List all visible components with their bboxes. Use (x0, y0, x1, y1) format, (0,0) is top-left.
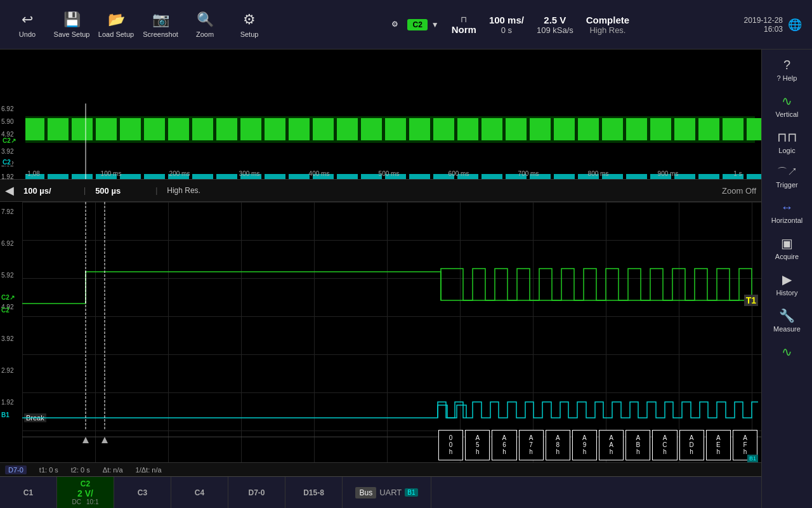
svg-rect-10 (240, 118, 261, 140)
main-area: 6.92 5.90 4.92 3.92 2.92 1.92 C2↗ C2 B1 (0, 50, 761, 476)
zoom-label: Zoom (196, 30, 214, 38)
d7-button[interactable]: D7-0 (228, 477, 285, 509)
svg-rect-5 (120, 118, 141, 140)
play-icon: ▶ (782, 272, 792, 287)
svg-rect-1 (25, 118, 44, 140)
offset: 0 s (501, 25, 512, 35)
settings-gear[interactable]: ⚙ (386, 15, 403, 33)
decode-block-ac: A C h (652, 430, 677, 460)
zoom-bar: ◀ 100 µs/ | 500 µs | High Res. Zoom Off (0, 180, 761, 202)
save-setup-label: Save Setup (54, 30, 90, 38)
acquire-label: Acquire (775, 253, 799, 260)
svg-rect-25 (602, 118, 623, 140)
vertical-label: Vertical (775, 110, 798, 118)
det-volt-6: 2.92 (1, 367, 13, 374)
help-label: ? Help (777, 74, 797, 82)
logic-label: Logic (778, 147, 795, 154)
zoom-window: 500 µs (95, 186, 146, 196)
ov-time-9: 900 ms (658, 170, 679, 177)
decode-block-a5: A 5 h (465, 430, 490, 460)
acquire-button[interactable]: ▣ Acquire (764, 231, 810, 265)
undo-button[interactable]: ↩ Undo (5, 3, 49, 47)
svg-marker-70 (82, 437, 89, 443)
decode-block-a7: A 7 h (519, 430, 544, 460)
inv-delta-t: 1/Δt: n/a (136, 466, 162, 474)
svg-rect-21 (506, 118, 527, 140)
horizontal-button[interactable]: ↔ Horizontal (764, 195, 810, 229)
svg-rect-22 (530, 118, 551, 140)
logic-button[interactable]: ⊓⊓ Logic (764, 124, 810, 159)
det-b1-label: B1 (1, 411, 10, 418)
setup-button[interactable]: ⚙ Setup (227, 3, 272, 47)
decode-block-a8: A 8 h (546, 430, 570, 460)
ov-volt-2: 5.90 (1, 118, 13, 125)
zoom-res: High Res. (167, 186, 200, 195)
history-label: History (776, 289, 797, 297)
zoom-button[interactable]: 🔍 Zoom (183, 3, 227, 47)
c2-button[interactable]: C2 2 V/ DC 10:1 (57, 477, 114, 509)
c2-label: C2 (81, 479, 90, 488)
c1-button[interactable]: C1 (0, 477, 57, 509)
cursor-badge: D7-0 (5, 465, 27, 474)
network-icon[interactable]: 🌐 (788, 18, 802, 32)
logic-icon: ⊓⊓ (777, 130, 797, 145)
detail-waveform: 7.92 6.92 5.92 4.92 3.92 2.92 1.92 C2↗ C… (0, 202, 761, 476)
resolution: High Res. (589, 25, 625, 35)
c2-sub: DC 10:1 (72, 498, 99, 505)
ov-b1-marker: C2 (1, 159, 12, 166)
screenshot-button[interactable]: 📷 Screenshot (138, 3, 183, 47)
ov-time-6: 600 ms (449, 170, 469, 177)
help-button[interactable]: ? ? Help (764, 53, 810, 87)
trigger-type-block: ⊓ Norm (452, 15, 476, 35)
zoom-left-arrow[interactable]: ◀ (5, 184, 14, 197)
load-setup-button[interactable]: 📂 Load Setup (94, 3, 138, 47)
datetime: 2019-12-28 16:03 (744, 16, 783, 34)
decode-blocks-area: 0 0 h A 5 h A 6 h A 7 h A 8 h (438, 427, 758, 462)
c4-button[interactable]: C4 (171, 477, 228, 509)
history-button[interactable]: ▶ History (764, 267, 810, 302)
vertical-button[interactable]: ∿ Vertical (764, 88, 810, 123)
svg-marker-71 (102, 437, 108, 443)
decode-block-ab: A B h (625, 430, 650, 460)
trigger-button[interactable]: ⌒↗ Trigger (764, 161, 810, 194)
undo-label: Undo (19, 30, 36, 38)
svg-rect-31 (747, 118, 761, 140)
b1-label: B1 (405, 488, 417, 497)
ov-volt-6: 1.92 (1, 173, 13, 180)
ov-time-10: 1 s (733, 170, 742, 177)
screenshot-label: Screenshot (143, 30, 178, 38)
c4-label: C4 (195, 488, 204, 497)
svg-rect-4 (96, 118, 117, 140)
overview-waveform: 6.92 5.90 4.92 3.92 2.92 1.92 C2↗ C2 B1 (0, 50, 761, 180)
delta-t: Δt: n/a (103, 466, 123, 474)
svg-rect-20 (481, 118, 502, 140)
d15-button[interactable]: D15-8 (285, 477, 343, 509)
c2-badge[interactable]: C2 (407, 19, 427, 30)
time-div: 100 ms/ (489, 15, 524, 25)
bus-button[interactable]: Bus UART B1 (343, 477, 431, 509)
svg-rect-11 (265, 118, 285, 140)
svg-rect-24 (578, 118, 599, 140)
svg-rect-26 (626, 118, 647, 140)
svg-rect-17 (409, 118, 430, 140)
d7-label: D7-0 (248, 488, 265, 497)
trigger-type-icon: ⊓ (461, 15, 467, 24)
status: Complete (586, 15, 629, 25)
acquire-icon: ▣ (781, 236, 793, 251)
right-panel: ? ? Help ∿ Vertical ⊓⊓ Logic ⌒↗ Trigger … (761, 50, 812, 508)
svg-rect-30 (723, 118, 743, 140)
decode-block-a6: A 6 h (492, 430, 516, 460)
svg-rect-14 (337, 118, 358, 140)
c3-button[interactable]: C3 (114, 477, 171, 509)
det-volt-2: 6.92 (1, 240, 13, 247)
measure-button[interactable]: 🔧 Measure (764, 303, 810, 338)
det-c2-label-2: C2 (1, 307, 10, 314)
ov-time-7: 700 ms (518, 170, 539, 177)
channel-bar: C1 C2 2 V/ DC 10:1 C3 C4 D7-0 D15-8 Bus … (0, 476, 812, 508)
zoom-icon: 🔍 (197, 11, 214, 28)
measure-icon: 🔧 (779, 308, 795, 323)
waveform-icon-btn[interactable]: ∿ (764, 339, 810, 364)
ov-c2-marker: C2↗ (1, 137, 17, 144)
ch-selector-arrow[interactable]: ▼ (431, 20, 439, 29)
save-setup-button[interactable]: 💾 Save Setup (49, 3, 94, 47)
